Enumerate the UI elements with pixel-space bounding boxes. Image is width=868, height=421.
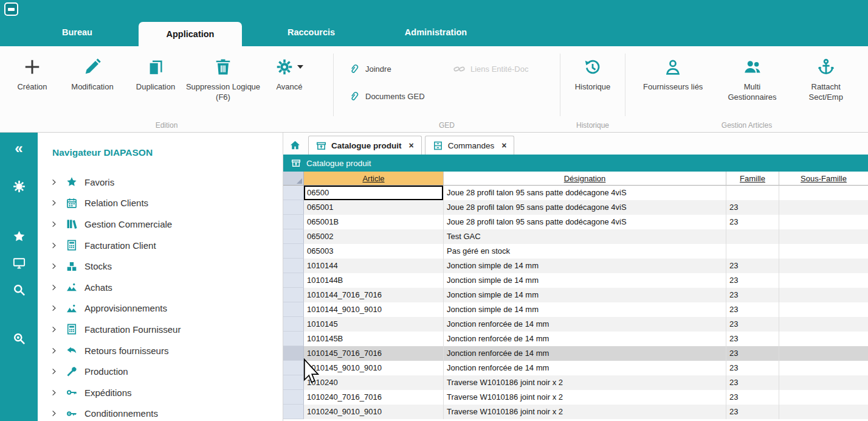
table-row[interactable]: 1010144BJonction simple de 14 mm23 bbox=[283, 273, 868, 288]
cell-designation[interactable]: Jonction renforcée de 14 mm bbox=[444, 361, 726, 375]
tab-raccourcis[interactable]: Raccourcis bbox=[263, 18, 360, 46]
desktop-view-button[interactable] bbox=[5, 251, 32, 275]
cell-article[interactable]: 065002 bbox=[304, 229, 444, 244]
tab-commandes[interactable]: Commandes × bbox=[425, 136, 515, 155]
duplication-button[interactable]: Duplication bbox=[126, 52, 185, 103]
table-row[interactable]: 1010240_9010_9010Traverse W1010186 joint… bbox=[283, 405, 868, 419]
table-row[interactable]: 065001Joue 28 profil talon 95 sans patte… bbox=[283, 200, 868, 215]
sidebar-item-production[interactable]: Production bbox=[38, 361, 283, 382]
chevron-right-icon[interactable] bbox=[50, 262, 59, 270]
cell-famille[interactable] bbox=[726, 244, 779, 259]
sidebar-item-stocks[interactable]: Stocks bbox=[38, 256, 283, 277]
cell-famille[interactable]: 23 bbox=[726, 215, 779, 229]
cell-famille[interactable]: 23 bbox=[726, 332, 779, 346]
cell-sous-famille[interactable] bbox=[779, 259, 868, 273]
sidebar-item-retours-fournisseurs[interactable]: Retours fournisseurs bbox=[38, 340, 283, 361]
tab-administration[interactable]: Administration bbox=[381, 18, 491, 46]
row-selector[interactable] bbox=[283, 215, 304, 229]
row-selector[interactable] bbox=[283, 200, 304, 215]
table-row[interactable]: 065002Test GAC bbox=[283, 229, 868, 244]
row-selector[interactable] bbox=[283, 361, 304, 375]
chevron-right-icon[interactable] bbox=[50, 178, 59, 186]
row-selector[interactable] bbox=[283, 244, 304, 259]
cell-sous-famille[interactable] bbox=[779, 375, 868, 390]
cell-designation[interactable]: Joue 28 profil talon 95 sans patte dodéc… bbox=[444, 215, 726, 229]
sidebar-item-approvisionnements[interactable]: Approvisionnements bbox=[38, 298, 283, 319]
cell-designation[interactable]: Traverse W1010186 joint noir x 2 bbox=[444, 390, 726, 405]
cell-designation[interactable]: Pas géré en stock bbox=[444, 244, 726, 259]
cell-famille[interactable]: 23 bbox=[726, 346, 779, 361]
table-row[interactable]: 065003Pas géré en stock bbox=[283, 244, 868, 259]
column-header-designation[interactable]: Désignation bbox=[444, 172, 726, 186]
collapse-sidebar-button[interactable]: « bbox=[5, 137, 32, 159]
sidebar-item-facturation-fournisseur[interactable]: Facturation Fournisseur bbox=[38, 319, 283, 340]
row-selector[interactable] bbox=[283, 273, 304, 288]
cell-designation[interactable]: Jonction simple de 14 mm bbox=[444, 273, 726, 288]
chevron-right-icon[interactable] bbox=[50, 409, 59, 417]
row-selector[interactable] bbox=[283, 375, 304, 390]
sidebar-item-achats[interactable]: Achats bbox=[38, 277, 283, 298]
row-selector[interactable] bbox=[283, 288, 304, 302]
column-header-famille[interactable]: Famille bbox=[726, 172, 779, 186]
cell-article[interactable]: 1010144_9010_9010 bbox=[304, 302, 444, 317]
chevron-right-icon[interactable] bbox=[50, 242, 59, 249]
cell-article[interactable]: 1010144_7016_7016 bbox=[304, 288, 444, 302]
table-row[interactable]: 06500Joue 28 profil talon 95 sans patte … bbox=[283, 186, 868, 200]
chevron-right-icon[interactable] bbox=[50, 304, 59, 312]
cell-article[interactable]: 1010145_7016_7016 bbox=[304, 346, 444, 361]
cell-sous-famille[interactable] bbox=[779, 244, 868, 259]
table-row[interactable]: 1010145_9010_9010Jonction renforcée de 1… bbox=[283, 361, 868, 375]
table-row[interactable]: 1010144_9010_9010Jonction simple de 14 m… bbox=[283, 302, 868, 317]
row-selector[interactable] bbox=[283, 390, 304, 405]
select-all-corner[interactable] bbox=[283, 172, 304, 186]
cell-article[interactable]: 1010145 bbox=[304, 317, 444, 332]
cell-sous-famille[interactable] bbox=[779, 390, 868, 405]
row-selector[interactable] bbox=[283, 186, 304, 200]
cell-designation[interactable]: Jonction simple de 14 mm bbox=[444, 288, 726, 302]
table-row[interactable]: 1010144Jonction simple de 14 mm23 bbox=[283, 259, 868, 273]
cell-designation[interactable]: Jonction renforcée de 14 mm bbox=[444, 317, 726, 332]
cell-famille[interactable] bbox=[726, 229, 779, 244]
search-button[interactable] bbox=[5, 277, 32, 302]
cell-sous-famille[interactable] bbox=[779, 317, 868, 332]
close-icon[interactable]: × bbox=[409, 141, 414, 150]
close-icon[interactable]: × bbox=[501, 141, 506, 150]
table-row[interactable]: 1010145_7016_7016Jonction renforcée de 1… bbox=[283, 346, 868, 361]
cell-designation[interactable]: Jonction simple de 14 mm bbox=[444, 259, 726, 273]
chevron-right-icon[interactable] bbox=[50, 199, 59, 207]
creation-button[interactable]: Création bbox=[6, 52, 58, 103]
sidebar-item-relation-clients[interactable]: Relation Clients bbox=[38, 193, 283, 214]
tab-catalogue-produit[interactable]: Catalogue produit × bbox=[308, 136, 422, 155]
cell-famille[interactable]: 23 bbox=[726, 288, 779, 302]
row-selector[interactable] bbox=[283, 332, 304, 346]
cell-sous-famille[interactable] bbox=[779, 346, 868, 361]
cell-famille[interactable]: 23 bbox=[726, 200, 779, 215]
cell-designation[interactable]: Jonction simple de 14 mm bbox=[444, 302, 726, 317]
cell-famille[interactable]: 23 bbox=[726, 375, 779, 390]
cell-famille[interactable]: 23 bbox=[726, 302, 779, 317]
cell-article[interactable]: 1010240 bbox=[304, 375, 444, 390]
row-selector[interactable] bbox=[283, 259, 304, 273]
cell-article[interactable]: 1010240_7016_7016 bbox=[304, 390, 444, 405]
chevron-right-icon[interactable] bbox=[50, 347, 59, 355]
liens-entite-doc-button[interactable]: Liens Entité-Doc bbox=[453, 60, 557, 78]
cell-famille[interactable]: 23 bbox=[726, 361, 779, 375]
app-icon[interactable] bbox=[4, 2, 18, 16]
cell-designation[interactable]: Traverse W1010186 joint noir x 2 bbox=[444, 375, 726, 390]
table-row[interactable]: 1010240_7016_7016Traverse W1010186 joint… bbox=[283, 390, 868, 405]
cell-article[interactable]: 065001 bbox=[304, 200, 444, 215]
settings-gear-button[interactable] bbox=[5, 174, 32, 198]
cell-designation[interactable]: Traverse W1010186 joint noir x 2 bbox=[444, 405, 726, 419]
cell-article[interactable]: 065003 bbox=[304, 244, 444, 259]
fournisseurs-lies-button[interactable]: Fournisseurs liés bbox=[639, 52, 706, 103]
tab-application[interactable]: Application bbox=[139, 22, 242, 46]
documents-ged-button[interactable]: Documents GED bbox=[348, 87, 449, 105]
cell-sous-famille[interactable] bbox=[779, 302, 868, 317]
advanced-search-button[interactable] bbox=[5, 326, 32, 350]
sidebar-item-expeditions[interactable]: Expéditions bbox=[38, 382, 283, 403]
table-row[interactable]: 065001BJoue 28 profil talon 95 sans patt… bbox=[283, 215, 868, 229]
rattacht-sect-emp-button[interactable]: Rattacht Sect/Emp bbox=[798, 52, 854, 103]
sidebar-item-conditionnements[interactable]: Conditionnements bbox=[38, 403, 283, 421]
home-tab-button[interactable] bbox=[286, 136, 304, 154]
cell-article[interactable]: 1010145B bbox=[304, 332, 444, 346]
